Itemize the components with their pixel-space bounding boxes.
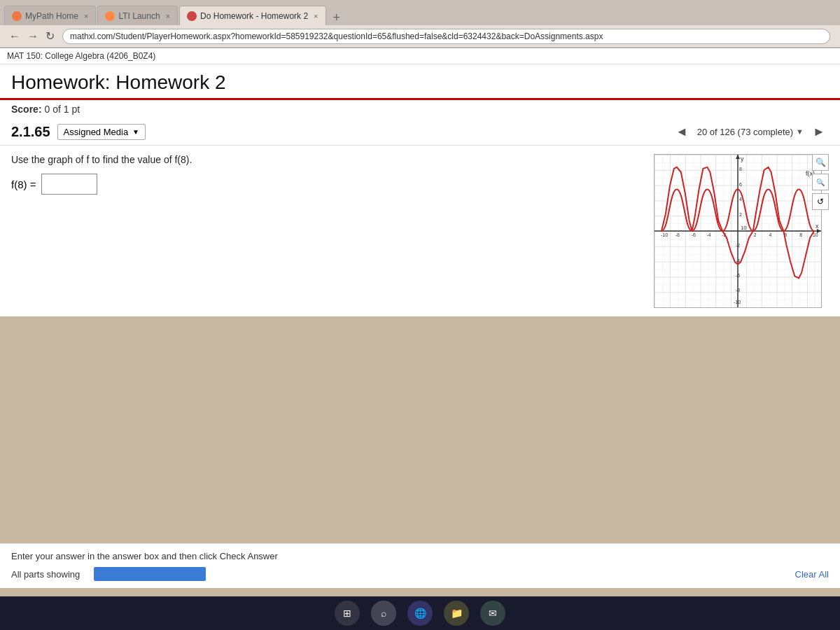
bottom-instruction: Enter your answer in the answer box and … xyxy=(11,551,829,561)
function-graph: x y 10 -10 -8 -6 -4 -2 2 4 6 8 10 8 xyxy=(654,155,821,307)
mypath-icon xyxy=(12,11,22,21)
main-content: Homework: Homework 2 Score: 0 of 1 pt 2.… xyxy=(0,64,840,316)
prev-question-button[interactable]: ◄ xyxy=(672,122,692,141)
assigned-media-chevron: ▼ xyxy=(132,128,139,136)
svg-text:4: 4 xyxy=(769,232,772,237)
assigned-media-button[interactable]: Assigned Media ▼ xyxy=(57,124,146,140)
all-parts-row: All parts showing xyxy=(11,567,206,581)
forward-button[interactable]: → xyxy=(24,29,42,44)
answer-label: f(8) = xyxy=(11,178,36,190)
homework-title: Homework: Homework 2 xyxy=(0,64,840,100)
progress-dropdown[interactable]: ▼ xyxy=(796,127,804,136)
score-line: Score: 0 of 1 pt xyxy=(0,100,840,118)
zoom-in-button[interactable]: 🔍 xyxy=(812,154,829,171)
question-number: 2.1.65 xyxy=(11,124,50,140)
lti-icon xyxy=(105,11,115,21)
question-content: Use the graph of f to find the value of … xyxy=(0,146,840,316)
svg-text:6: 6 xyxy=(739,182,742,187)
address-bar-row: ← → ↻ mathxl.com/Student/PlayerHomework.… xyxy=(0,25,840,48)
taskbar-icon-mail[interactable]: ✉ xyxy=(480,601,505,626)
graph-tools: 🔍 🔍 ↺ xyxy=(812,154,829,210)
zoom-out-button[interactable]: 🔍 xyxy=(812,174,829,190)
progress-bar xyxy=(94,567,206,581)
graph-area: x y 10 -10 -8 -6 -4 -2 2 4 6 8 10 8 xyxy=(647,154,829,308)
assigned-media-label: Assigned Media xyxy=(64,127,129,137)
svg-text:2: 2 xyxy=(754,232,757,237)
answer-input[interactable] xyxy=(41,174,97,195)
question-left: Use the graph of f to find the value of … xyxy=(11,154,633,308)
next-question-button[interactable]: ► xyxy=(809,122,829,141)
progress-label: 20 of 126 (73 complete) ▼ xyxy=(697,127,804,137)
taskbar: ⊞ ⌕ 🌐 📁 ✉ xyxy=(0,596,840,630)
taskbar-icon-browser[interactable]: 🌐 xyxy=(407,601,433,626)
svg-text:-6: -6 xyxy=(692,232,696,237)
svg-text:-8: -8 xyxy=(736,288,740,293)
tab-mypath[interactable]: MyPath Home × xyxy=(4,6,96,25)
tab-bar: MyPath Home × LTI Launch × Do Homework -… xyxy=(0,0,840,25)
rotate-button[interactable]: ↺ xyxy=(812,193,829,210)
svg-text:10: 10 xyxy=(741,225,747,231)
svg-text:-10: -10 xyxy=(661,232,668,237)
refresh-button[interactable]: ↻ xyxy=(42,28,58,44)
tab-homework-label: Do Homework - Homework 2 xyxy=(200,11,308,21)
graph-container: x y 10 -10 -8 -6 -4 -2 2 4 6 8 10 8 xyxy=(654,154,822,308)
question-header: 2.1.65 Assigned Media ▼ ◄ 20 of 126 (73 … xyxy=(0,118,840,146)
course-label: MAT 150: College Algebra (4206_B0Z4) xyxy=(7,51,155,61)
svg-text:8: 8 xyxy=(739,167,742,172)
score-label: Score: xyxy=(11,104,42,115)
answer-row: f(8) = xyxy=(11,174,633,195)
tab-homework-close[interactable]: × xyxy=(314,12,318,20)
score-value: 0 of 1 pt xyxy=(44,104,80,115)
progress-text: 20 of 126 (73 complete) xyxy=(697,127,793,137)
svg-text:-6: -6 xyxy=(736,273,740,278)
bottom-row: All parts showing Clear All xyxy=(11,567,829,581)
clear-all-button[interactable]: Clear All xyxy=(795,569,829,580)
taskbar-icon-1[interactable]: ⊞ xyxy=(335,601,360,626)
svg-text:-2: -2 xyxy=(736,243,740,248)
tab-lti-close[interactable]: × xyxy=(166,12,170,20)
svg-text:x: x xyxy=(816,223,819,230)
navigation-controls: ◄ 20 of 126 (73 complete) ▼ ► xyxy=(672,122,829,141)
svg-text:y: y xyxy=(741,155,744,162)
tab-mypath-close[interactable]: × xyxy=(84,12,88,20)
tab-homework[interactable]: Do Homework - Homework 2 × xyxy=(179,6,326,25)
question-text: Use the graph of f to find the value of … xyxy=(11,154,633,165)
svg-text:4: 4 xyxy=(739,197,742,202)
browser-chrome: MyPath Home × LTI Launch × Do Homework -… xyxy=(0,0,840,48)
tab-lti[interactable]: LTI Launch × xyxy=(97,6,178,25)
address-input[interactable]: mathxl.com/Student/PlayerHomework.aspx?h… xyxy=(62,29,830,44)
svg-text:2: 2 xyxy=(739,212,742,217)
tab-lti-label: LTI Launch xyxy=(118,11,160,21)
tab-mypath-label: MyPath Home xyxy=(25,11,78,21)
svg-text:-10: -10 xyxy=(734,300,741,304)
taskbar-icon-search[interactable]: ⌕ xyxy=(371,601,396,626)
svg-text:8: 8 xyxy=(799,232,802,237)
new-tab-button[interactable]: + xyxy=(328,10,346,25)
course-header: MAT 150: College Algebra (4206_B0Z4) xyxy=(0,48,840,64)
bottom-section: Enter your answer in the answer box and … xyxy=(0,543,840,588)
all-parts-label: All parts showing xyxy=(11,569,80,580)
svg-text:-4: -4 xyxy=(706,232,710,237)
back-button[interactable]: ← xyxy=(6,29,24,44)
hw-icon xyxy=(187,11,197,21)
taskbar-icon-files[interactable]: 📁 xyxy=(444,601,469,626)
svg-text:-8: -8 xyxy=(676,232,680,237)
